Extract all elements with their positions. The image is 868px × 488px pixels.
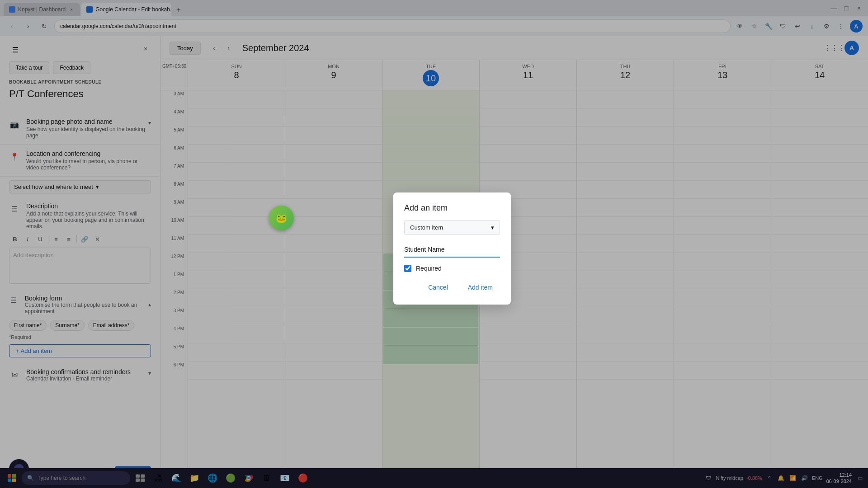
mascot: 🐸	[269, 206, 294, 230]
mascot-circle: 🐸	[269, 206, 294, 230]
modal-actions: Cancel Add item	[404, 281, 500, 294]
required-checkbox-row: Required	[404, 265, 500, 272]
item-name-input[interactable]	[404, 242, 500, 258]
mascot-emoji: 🐸	[276, 213, 287, 224]
required-checkbox[interactable]	[404, 265, 411, 272]
item-type-dropdown[interactable]: Custom item ▾	[404, 220, 500, 235]
modal-title: Add an item	[404, 203, 500, 213]
dropdown-chevron-icon: ▾	[491, 224, 494, 231]
add-item-modal-button[interactable]: Add item	[461, 281, 500, 294]
modal-overlay[interactable]: 🐸 Add an item Custom item ▾ Required Can…	[0, 0, 868, 488]
item-type-value: Custom item	[410, 224, 443, 231]
add-item-modal: Add an item Custom item ▾ Required Cance…	[393, 192, 511, 305]
cancel-button[interactable]: Cancel	[421, 281, 455, 294]
required-label: Required	[416, 265, 442, 272]
